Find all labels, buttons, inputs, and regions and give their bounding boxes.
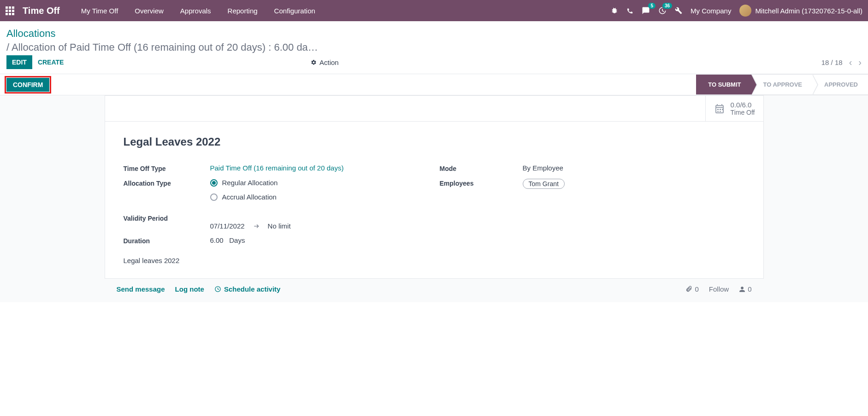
activities-badge: 36 (662, 3, 672, 9)
messaging-icon[interactable]: 5 (642, 6, 650, 15)
schedule-activity-label: Schedule activity (224, 285, 281, 293)
main-menu: My Time Off Overview Approvals Reporting… (73, 1, 324, 20)
clock-icon (214, 286, 221, 293)
status-to-submit[interactable]: TO SUBMIT (696, 74, 751, 95)
menu-my-time-off[interactable]: My Time Off (73, 1, 127, 20)
duration-value: 6.00 (210, 236, 224, 244)
pager-count[interactable]: 18 / 18 (821, 59, 843, 66)
menu-reporting[interactable]: Reporting (219, 1, 266, 20)
schedule-activity-button[interactable]: Schedule activity (214, 285, 281, 293)
label-allocation-type: Allocation Type (124, 179, 210, 187)
calendar-icon (714, 103, 725, 114)
chatter-bar: Send message Log note Schedule activity … (105, 285, 764, 293)
breadcrumb-current: / Allocation of Paid Time Off (16 remain… (6, 41, 329, 53)
attachments-button[interactable]: 0 (685, 285, 698, 293)
pager-next[interactable]: › (858, 57, 862, 68)
status-bar: CONFIRM TO SUBMIT TO APPROVE APPROVED (0, 74, 868, 95)
follow-button[interactable]: Follow (709, 285, 729, 293)
arrow-right-icon (252, 223, 260, 229)
sheet-header: 0.0/6.0 Time Off (105, 96, 763, 122)
confirm-button[interactable]: CONFIRM (6, 78, 49, 92)
stat-value: 0.0/6.0 (731, 101, 755, 109)
sheet-body: Legal Leaves 2022 Time Off Type Paid Tim… (105, 122, 763, 278)
attachments-count: 0 (695, 285, 698, 293)
control-bar: EDIT CREATE Action 18 / 18 ‹ › (0, 55, 868, 74)
radio-off-icon (210, 193, 218, 201)
send-message-button[interactable]: Send message (117, 285, 165, 293)
user-name: Mitchell Admin (17320762-15-0-all) (755, 7, 862, 15)
pager: 18 / 18 ‹ › (821, 57, 862, 68)
person-icon (739, 286, 745, 293)
allocation-note: Legal leaves 2022 (124, 257, 429, 264)
log-note-button[interactable]: Log note (175, 285, 204, 293)
validity-from: 07/11/2022 (210, 222, 245, 230)
radio-accrual-label: Accrual Allocation (222, 193, 277, 201)
employee-tag[interactable]: Tom Grant (523, 179, 565, 189)
breadcrumb-root[interactable]: Allocations (6, 28, 861, 40)
label-duration: Duration (124, 236, 210, 245)
form-columns: Time Off Type Paid Time Off (16 remainin… (124, 164, 745, 264)
gear-icon (311, 59, 317, 65)
phone-icon[interactable] (626, 7, 633, 14)
form-sheet: 0.0/6.0 Time Off Legal Leaves 2022 Time … (105, 95, 764, 279)
radio-regular-allocation[interactable]: Regular Allocation (210, 179, 429, 187)
validity-to: No limit (268, 222, 291, 230)
breadcrumb: Allocations / Allocation of Paid Time Of… (0, 21, 868, 55)
messaging-badge: 5 (648, 3, 655, 9)
menu-configuration[interactable]: Configuration (266, 1, 324, 20)
create-button[interactable]: CREATE (32, 55, 70, 69)
apps-icon[interactable] (6, 6, 14, 15)
app-name[interactable]: Time Off (23, 6, 60, 16)
edit-button[interactable]: EDIT (6, 55, 32, 69)
form-background: 0.0/6.0 Time Off Legal Leaves 2022 Time … (0, 95, 868, 302)
tools-icon[interactable] (675, 7, 682, 14)
status-approved[interactable]: APPROVED (812, 74, 868, 95)
avatar (739, 5, 751, 17)
systray: 5 36 My Company Mitchell Admin (17320762… (611, 5, 862, 17)
value-time-off-type[interactable]: Paid Time Off (16 remaining out of 20 da… (210, 164, 429, 172)
radio-on-icon (210, 179, 218, 187)
followers-count: 0 (748, 285, 751, 293)
status-to-approve[interactable]: TO APPROVE (751, 74, 813, 95)
top-navbar: Time Off My Time Off Overview Approvals … (0, 0, 868, 21)
action-menu[interactable]: Action (311, 59, 339, 66)
stat-time-off[interactable]: 0.0/6.0 Time Off (705, 96, 763, 121)
activities-icon[interactable]: 36 (658, 6, 667, 15)
label-validity-period: Validity Period (124, 214, 210, 222)
label-time-off-type: Time Off Type (124, 164, 210, 172)
radio-regular-label: Regular Allocation (222, 179, 278, 187)
form-right-column: Mode By Employee Employees Tom Grant (440, 164, 745, 264)
action-label: Action (319, 59, 339, 66)
paperclip-icon (685, 286, 692, 293)
pager-prev[interactable]: ‹ (849, 57, 852, 68)
bug-icon[interactable] (611, 7, 618, 14)
followers-button[interactable]: 0 (739, 285, 751, 293)
value-mode: By Employee (523, 164, 745, 172)
label-employees: Employees (440, 179, 523, 187)
menu-approvals[interactable]: Approvals (172, 1, 219, 20)
stat-label: Time Off (731, 109, 755, 116)
company-switcher[interactable]: My Company (691, 7, 731, 15)
record-title: Legal Leaves 2022 (124, 135, 745, 148)
menu-overview[interactable]: Overview (126, 1, 172, 20)
highlight-confirm: CONFIRM (5, 76, 51, 94)
duration-unit: Days (229, 236, 245, 244)
user-menu[interactable]: Mitchell Admin (17320762-15-0-all) (739, 5, 862, 17)
form-left-column: Time Off Type Paid Time Off (16 remainin… (124, 164, 429, 264)
label-mode: Mode (440, 164, 523, 172)
radio-accrual-allocation[interactable]: Accrual Allocation (210, 193, 429, 201)
status-flow: TO SUBMIT TO APPROVE APPROVED (696, 74, 868, 95)
